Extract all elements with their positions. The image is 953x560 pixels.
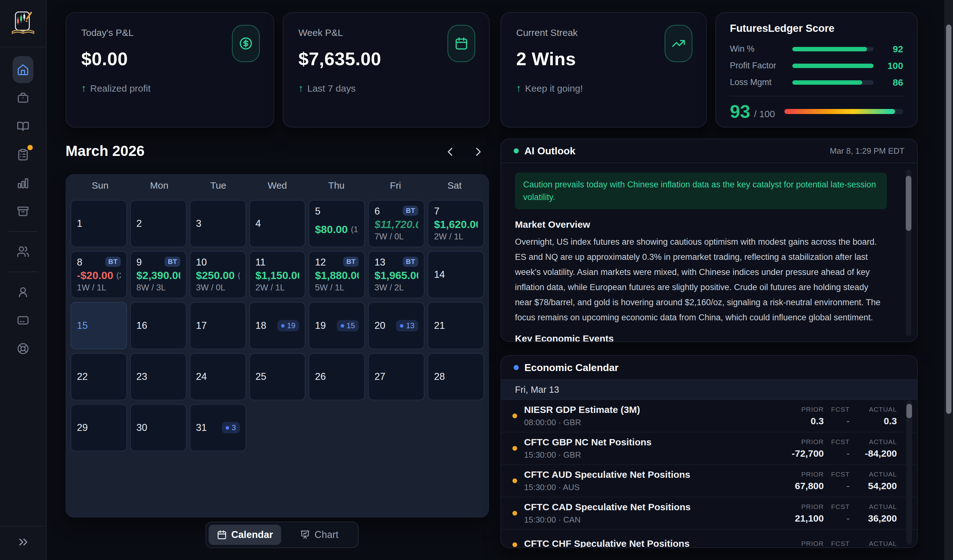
- col-header-fcst: FCST: [824, 540, 850, 548]
- economic-event-row[interactable]: CFTC GBP NC Net Positions15:30:00 · GBRP…: [501, 432, 917, 465]
- calendar-day-cell-1[interactable]: 1: [71, 200, 127, 247]
- stat-card-week-p-l: Week P&L$7,635.00↑Last 7 days: [283, 12, 490, 128]
- calendar-day-cell-23[interactable]: 23: [130, 353, 186, 400]
- window-scrollbar-thumb[interactable]: [946, 25, 951, 414]
- app-logo: [0, 0, 46, 47]
- calendar-day-cell-22[interactable]: 22: [71, 353, 127, 400]
- user-icon: [17, 286, 29, 298]
- calendar-day-cell-5[interactable]: 5$80.00(1): [309, 200, 365, 247]
- calendar-day-cell-10[interactable]: 10$250.00(3)3W / 0L: [190, 251, 246, 298]
- calendar-day-cell-6[interactable]: 6BT$11,720.00(7)7W / 0L: [368, 200, 424, 247]
- calendar-day-cell-30[interactable]: 30: [130, 404, 186, 451]
- calendar-day-cell-9[interactable]: 9BT$2,390.00(11)8W / 3L: [130, 251, 186, 298]
- day-number: 2: [137, 218, 142, 229]
- calendar-day-cell-12[interactable]: 12BT$1,880.00(6)5W / 1L: [309, 251, 365, 298]
- sidebar-item-user[interactable]: [12, 282, 33, 302]
- sidebar-item-archive[interactable]: [12, 201, 33, 222]
- sidebar-item-clipboard-list[interactable]: [12, 144, 33, 165]
- day-number: 8: [77, 257, 82, 268]
- day-header: Fri: [366, 180, 425, 191]
- calendar-day-cell-11[interactable]: 11$1,150.00(3)2W / 1L: [249, 251, 306, 298]
- sidebar-item-users[interactable]: [12, 241, 33, 262]
- calendar-day-cell-19[interactable]: 1915: [309, 302, 365, 349]
- calendar-day-cell-29[interactable]: 29: [71, 404, 127, 451]
- empty-slot: [309, 404, 365, 451]
- metric-bar: [792, 80, 874, 85]
- sidebar-item-book-open[interactable]: [12, 116, 33, 137]
- ai-scrollbar-thumb[interactable]: [906, 176, 911, 231]
- ai-outlook-timestamp: Mar 8, 1:29 PM EDT: [830, 146, 905, 156]
- empty-slot: [428, 404, 484, 451]
- prev-month-button[interactable]: [441, 142, 459, 161]
- day-win-loss: 3W / 0L: [196, 283, 240, 292]
- day-number: 26: [315, 371, 326, 382]
- event-prior: 67,800: [770, 481, 824, 491]
- ai-section-body: Overnight, US index futures are showing …: [515, 234, 887, 325]
- economic-event-row[interactable]: CFTC CAD Speculative Net Positions15:30:…: [501, 497, 917, 530]
- sidebar-item-credit-card[interactable]: [12, 310, 33, 331]
- calendar-day-cell-14[interactable]: 14: [428, 251, 484, 298]
- sidebar-footer: [0, 526, 47, 560]
- calendar-day-cell-3[interactable]: 3: [190, 200, 246, 247]
- score-metric-row: Win %92: [730, 41, 903, 57]
- day-pnl: $2,390.00: [137, 269, 180, 282]
- calendar-day-cell-27[interactable]: 27: [368, 353, 424, 400]
- economic-scrollbar-track[interactable]: [906, 401, 912, 544]
- next-month-button[interactable]: [469, 142, 488, 161]
- day-win-loss: 3W / 2L: [374, 283, 418, 292]
- view-toggle-chart[interactable]: Chart: [283, 525, 355, 545]
- view-toggle-calendar[interactable]: Calendar: [209, 525, 281, 545]
- event-actual: 54,200: [850, 481, 897, 491]
- metric-label: Loss Mgmt: [730, 77, 792, 87]
- calendar-day-cell-26[interactable]: 26: [309, 353, 365, 400]
- day-number: 11: [256, 257, 265, 268]
- economic-scrollbar-thumb[interactable]: [906, 404, 912, 418]
- calendar-day-cell-17[interactable]: 17: [190, 302, 246, 349]
- calendar-day-cell-24[interactable]: 24: [190, 353, 246, 400]
- calendar-day-cell-8[interactable]: 8BT-$20.00(2)1W / 1L: [71, 251, 127, 298]
- sidebar-nav: [0, 47, 46, 367]
- calendar-day-cell-13[interactable]: 13BT$1,965.00(5)3W / 2L: [368, 251, 424, 298]
- window-scrollbar-track[interactable]: [944, 0, 953, 560]
- calendar-icon: [217, 530, 227, 540]
- day-number: 12: [315, 257, 326, 268]
- calendar-day-cell-28[interactable]: 28: [428, 353, 484, 400]
- sidebar-item-bar-chart[interactable]: [12, 173, 33, 193]
- empty-slot: [249, 404, 306, 451]
- calendar-day-cell-31[interactable]: 313: [190, 404, 246, 451]
- calendar-month-title: March 2026: [65, 142, 144, 159]
- day-number: 27: [374, 371, 385, 382]
- calendar-day-cell-7[interactable]: 7$1,620.00(3)2W / 1L: [428, 200, 484, 247]
- sidebar-item-home[interactable]: [12, 56, 33, 83]
- event-prior: 0.3: [770, 416, 824, 427]
- sidebar-expand-button[interactable]: [14, 535, 32, 549]
- economic-event-row[interactable]: NIESR GDP Estimate (3M)08:00:00 · GBRPRI…: [501, 400, 917, 432]
- col-header-fcst: FCST: [824, 470, 850, 478]
- toggle-label: Chart: [315, 529, 338, 540]
- economic-event-row[interactable]: CFTC AUD Speculative Net Positions15:30:…: [501, 465, 917, 497]
- trending-up-icon: [665, 25, 692, 62]
- dollar-circle-icon: [232, 25, 260, 62]
- calendar-day-cell-16[interactable]: 16: [130, 302, 186, 349]
- day-number: 6: [374, 206, 380, 217]
- calendar-day-cell-2[interactable]: 2: [130, 200, 186, 247]
- calendar-day-cell-4[interactable]: 4: [249, 200, 306, 247]
- sidebar-item-briefcase[interactable]: [12, 88, 33, 108]
- day-number: 24: [196, 371, 207, 382]
- sidebar-item-life-buoy[interactable]: [12, 338, 33, 359]
- calendar-day-cell-21[interactable]: 21: [428, 302, 484, 349]
- toggle-label: Calendar: [231, 529, 273, 540]
- calendar-day-cell-25[interactable]: 25: [249, 353, 306, 400]
- futuresledger-score-card: FuturesLedger Score Win %92Profit Factor…: [716, 12, 918, 128]
- day-number: 21: [434, 320, 445, 331]
- calendar-day-cell-15[interactable]: 15: [71, 302, 127, 349]
- life-buoy-icon: [17, 342, 29, 355]
- up-arrow-icon: ↑: [516, 82, 521, 94]
- calendar-day-cell-20[interactable]: 2013: [368, 302, 424, 349]
- calendar-day-headers: SunMonTueWedThuFriSat: [65, 174, 489, 197]
- day-win-loss: 7W / 0L: [374, 232, 418, 241]
- up-arrow-icon: ↑: [81, 82, 86, 94]
- economic-calendar-header: Economic Calendar: [501, 356, 917, 380]
- calendar-day-cell-18[interactable]: 1819: [249, 302, 306, 349]
- economic-event-row[interactable]: CFTC CHF Speculative Net PositionsPRIORF…: [501, 530, 917, 548]
